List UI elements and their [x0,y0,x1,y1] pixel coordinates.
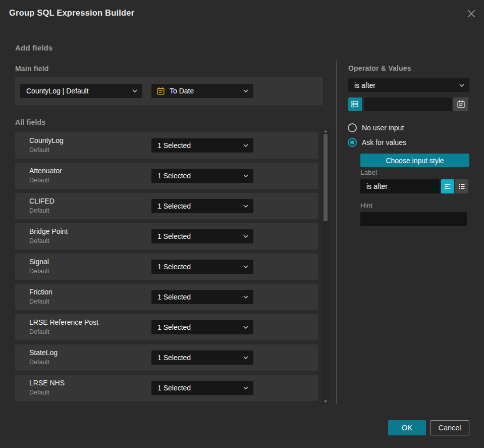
field-subtitle: Default [29,359,49,366]
field-name: Friction [29,288,52,296]
radio-label: No user input [362,124,404,132]
scroll-down-arrow-icon[interactable] [324,401,328,403]
field-selection-dropdown[interactable]: 1 Selected [151,260,253,274]
date-value-input[interactable] [364,97,452,111]
calendar-icon [156,87,165,95]
radio-circle-icon [348,123,357,132]
field-row-lrse-reference-post: LRSE Reference Post Default 1 Selected [15,314,318,340]
field-name: StateLog [29,349,58,357]
scrollbar-thumb[interactable] [324,134,328,221]
field-selection-dropdown[interactable]: 1 Selected [151,199,253,213]
field-selection-dropdown[interactable]: 1 Selected [151,351,253,365]
field-selection-dropdown[interactable]: 1 Selected [151,290,253,304]
ok-button[interactable]: OK [388,420,426,435]
dropdown-value: 1 Selected [151,323,243,331]
dropdown-value: 1 Selected [151,384,243,392]
chevron-down-icon [243,89,248,92]
list-scrollbar[interactable] [321,129,329,404]
field-name: CountyLog [29,136,64,144]
add-fields-heading: Add fields [15,43,53,52]
field-name: LRSE Reference Post [29,318,98,326]
field-selection-dropdown[interactable]: 1 Selected [151,169,253,183]
dialog-title: Group SQL Expression Builder [9,8,134,18]
chevron-down-icon [243,174,248,177]
operator-dropdown-value: is after [348,81,459,89]
field-name: Bridge Point [29,227,68,235]
field-subtitle: Default [29,146,49,154]
close-button[interactable] [466,8,477,19]
dropdown-value: 1 Selected [151,141,243,150]
field-row-clifed: CLIFED Default 1 Selected [15,193,318,219]
chevron-down-icon [243,265,248,268]
radio-no-user-input[interactable]: No user input [348,123,404,132]
field-row-friction: Friction Default 1 Selected [15,284,318,310]
dropdown-value: 1 Selected [151,263,243,271]
operator-values-heading: Operator & Values [348,64,411,72]
date-type-dropdown[interactable]: To Date [151,84,253,98]
chevron-down-icon [243,235,248,238]
field-row-attenuator: Attenuator Default 1 Selected [15,163,318,189]
radio-label: Ask for values [362,138,406,146]
date-picker-button[interactable] [453,97,468,111]
calendar-icon [457,100,465,109]
radio-selected-icon [348,138,357,147]
chevron-down-icon [243,326,248,329]
field-row-bridge-point: Bridge Point Default 1 Selected [15,223,318,250]
field-subtitle: Default [29,298,49,305]
field-name: Signal [29,258,49,266]
stacked-values-icon [351,100,359,109]
date-type-dropdown-value: To Date [165,87,243,95]
hint-input[interactable] [360,212,467,226]
field-row-statelog: StateLog Default 1 Selected [15,344,318,371]
main-field-dropdown-value: CountyLog | Default [20,87,132,95]
dropdown-value: 1 Selected [151,202,243,210]
choose-input-style-button[interactable]: Choose input style [360,154,469,167]
dropdown-value: 1 Selected [151,232,243,240]
chevron-down-icon [243,386,248,389]
operator-dropdown[interactable]: is after [348,78,469,92]
bullet-list-icon [458,182,466,190]
align-left-icon [444,182,452,190]
field-name: Attenuator [29,167,62,175]
label-heading: Label [360,169,377,176]
main-field-dropdown[interactable]: CountyLog | Default [20,84,142,98]
dropdown-value: 1 Selected [151,354,243,362]
cancel-button[interactable]: Cancel [430,420,469,435]
group-sql-expression-builder-dialog: Group SQL Expression Builder Add fields … [0,0,484,448]
chevron-down-icon [132,89,137,92]
dialog-header: Group SQL Expression Builder [0,0,484,26]
all-fields-heading: All fields [15,118,45,126]
field-subtitle: Default [29,328,49,335]
field-subtitle: Default [29,177,49,184]
field-selection-dropdown[interactable]: 1 Selected [151,138,253,153]
radio-ask-for-values[interactable]: Ask for values [348,138,406,147]
main-field-heading: Main field [15,65,49,73]
input-style-text-button[interactable] [441,179,454,193]
chevron-down-icon [243,295,248,298]
close-icon [467,10,475,18]
field-subtitle: Default [29,389,49,396]
all-fields-list: CountyLog Default 1 Selected Attenuator … [15,132,318,401]
label-input[interactable] [360,179,440,193]
field-name: LRSE NHS [29,379,65,387]
field-selection-dropdown[interactable]: 1 Selected [151,381,253,395]
field-row-countylog: CountyLog Default 1 Selected [15,132,318,159]
scroll-up-arrow-icon[interactable] [324,130,328,132]
dropdown-value: 1 Selected [151,293,243,301]
chevron-down-icon [243,205,248,208]
field-subtitle: Default [29,207,49,214]
field-row-lrse-nhs: LRSE NHS Default 1 Selected [15,375,318,401]
input-style-list-button[interactable] [455,179,468,193]
chevron-down-icon [243,356,248,359]
chevron-down-icon [243,144,248,147]
field-subtitle: Default [29,268,49,275]
hint-heading: Hint [360,202,372,209]
main-field-panel: CountyLog | Default To Date [15,77,323,105]
value-input-type-button[interactable] [348,97,362,111]
field-name: CLIFED [29,197,55,205]
field-selection-dropdown[interactable]: 1 Selected [151,229,253,243]
dropdown-value: 1 Selected [151,172,243,180]
chevron-down-icon [459,84,464,87]
field-selection-dropdown[interactable]: 1 Selected [151,320,253,334]
field-row-signal: Signal Default 1 Selected [15,254,318,280]
